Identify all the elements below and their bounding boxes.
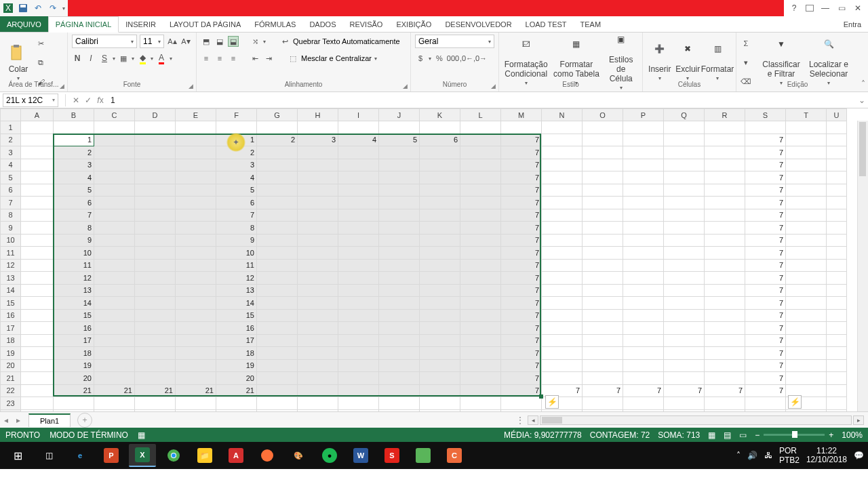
cell[interactable]: [827, 259, 847, 272]
cell[interactable]: [786, 234, 827, 247]
cell[interactable]: [21, 234, 54, 247]
row-header[interactable]: 20: [1, 359, 21, 372]
cell[interactable]: 7: [745, 347, 786, 360]
cell[interactable]: 13: [54, 284, 94, 297]
cell[interactable]: [460, 259, 501, 272]
cell[interactable]: 7: [745, 146, 786, 159]
align-center-icon[interactable]: ≡: [214, 53, 225, 64]
align-top-icon[interactable]: ⬒: [201, 36, 212, 47]
cell[interactable]: [298, 359, 338, 372]
cell[interactable]: [542, 159, 583, 171]
column-header[interactable]: B: [54, 109, 94, 121]
cell[interactable]: [176, 222, 216, 235]
cancel-formula-icon[interactable]: ✕: [70, 96, 82, 105]
cell[interactable]: [542, 284, 583, 297]
cell[interactable]: 7: [501, 184, 542, 197]
cell[interactable]: 3: [298, 134, 338, 146]
cell[interactable]: [135, 171, 176, 184]
cell[interactable]: [420, 384, 460, 397]
cell[interactable]: 14: [54, 297, 94, 310]
cell[interactable]: [583, 334, 623, 347]
cell[interactable]: [298, 171, 338, 184]
merge-icon[interactable]: ⬚: [288, 53, 298, 64]
cell[interactable]: [379, 222, 420, 235]
cell[interactable]: 3: [54, 159, 94, 171]
cell[interactable]: [94, 372, 135, 385]
cell[interactable]: 7: [501, 347, 542, 360]
cell[interactable]: [786, 259, 827, 272]
cell[interactable]: [257, 259, 298, 272]
cell[interactable]: [664, 347, 705, 360]
cell[interactable]: 7: [501, 222, 542, 235]
increase-font-icon[interactable]: A▴: [167, 36, 178, 47]
tray-network-icon[interactable]: 🖧: [764, 451, 772, 460]
cell[interactable]: [176, 334, 216, 347]
decrease-indent-icon[interactable]: ⇤: [250, 53, 260, 64]
cell[interactable]: [94, 247, 135, 260]
app-camtasia[interactable]: C: [441, 444, 468, 467]
cell[interactable]: [21, 309, 54, 322]
cell[interactable]: 9: [54, 234, 94, 247]
cell[interactable]: 21: [216, 384, 257, 397]
cell[interactable]: [786, 171, 827, 184]
cell[interactable]: [379, 322, 420, 335]
cell[interactable]: [786, 309, 827, 322]
cell[interactable]: 7: [745, 234, 786, 247]
cell[interactable]: 7: [501, 247, 542, 260]
cell[interactable]: [21, 209, 54, 222]
cell[interactable]: [176, 184, 216, 197]
cell[interactable]: [257, 121, 298, 134]
cell[interactable]: [257, 284, 298, 297]
wrap-text-icon[interactable]: ↩: [279, 36, 290, 47]
cell[interactable]: [94, 347, 135, 360]
cell[interactable]: [664, 222, 705, 235]
cell[interactable]: [21, 372, 54, 385]
cell[interactable]: 5: [54, 184, 94, 197]
column-header[interactable]: H: [298, 109, 338, 121]
cell[interactable]: 16: [54, 322, 94, 335]
cell[interactable]: [623, 121, 664, 134]
cell[interactable]: [420, 184, 460, 197]
start-button[interactable]: ⊞: [4, 444, 31, 467]
name-box[interactable]: 21L x 12C▾: [3, 94, 58, 107]
row-header[interactable]: 9: [1, 222, 21, 235]
cell[interactable]: [542, 184, 583, 197]
app-chrome[interactable]: [160, 444, 187, 467]
cell[interactable]: [338, 184, 379, 197]
cell[interactable]: [420, 322, 460, 335]
cell[interactable]: [338, 309, 379, 322]
cell[interactable]: [705, 222, 745, 235]
cell[interactable]: [786, 359, 827, 372]
cell[interactable]: [460, 372, 501, 385]
cell[interactable]: [420, 309, 460, 322]
cell[interactable]: [94, 272, 135, 285]
cell[interactable]: [827, 184, 847, 197]
cell[interactable]: [176, 347, 216, 360]
cell[interactable]: [94, 184, 135, 197]
cell[interactable]: [298, 146, 338, 159]
cell[interactable]: [216, 397, 257, 410]
enter-formula-icon[interactable]: ✓: [82, 96, 94, 105]
cell[interactable]: [298, 347, 338, 360]
row-header[interactable]: 1: [1, 121, 21, 134]
cell[interactable]: [460, 297, 501, 310]
bold-icon[interactable]: N: [72, 53, 83, 64]
cell[interactable]: [176, 234, 216, 247]
cell[interactable]: 6: [420, 134, 460, 146]
cell[interactable]: [460, 159, 501, 171]
cell[interactable]: [379, 284, 420, 297]
maximize-icon[interactable]: ▭: [837, 3, 846, 13]
cell[interactable]: [420, 146, 460, 159]
expand-formula-bar-icon[interactable]: ⌄: [859, 96, 865, 105]
cell[interactable]: [176, 209, 216, 222]
tab-layout-da-página[interactable]: LAYOUT DA PÁGINA: [163, 16, 248, 32]
cell[interactable]: 7: [216, 209, 257, 222]
cell[interactable]: 7: [745, 359, 786, 372]
row-header[interactable]: 13: [1, 272, 21, 285]
cell[interactable]: [583, 197, 623, 209]
cell[interactable]: [54, 121, 94, 134]
cell[interactable]: [298, 222, 338, 235]
app-acrobat[interactable]: A: [222, 444, 250, 467]
app-explorer[interactable]: 📁: [191, 444, 218, 467]
cell[interactable]: 7: [501, 197, 542, 209]
